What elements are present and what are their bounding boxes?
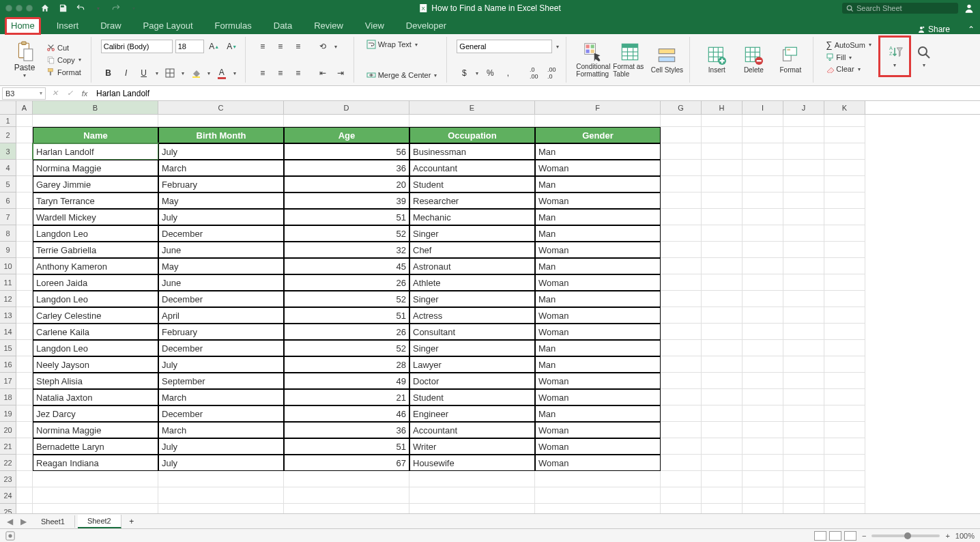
cell[interactable]	[661, 192, 702, 209]
cell[interactable]: Woman	[535, 274, 661, 291]
cell[interactable]: Researcher	[409, 192, 535, 209]
cell[interactable]	[661, 389, 702, 405]
cell[interactable]: Normina Maggie	[33, 422, 158, 438]
cell[interactable]	[783, 209, 824, 225]
cell[interactable]	[783, 389, 824, 405]
fill-color-dropdown[interactable]	[206, 70, 212, 76]
cell[interactable]: Carley Celestine	[33, 307, 158, 324]
cell[interactable]	[783, 176, 824, 192]
cell[interactable]	[783, 438, 824, 455]
cell[interactable]	[702, 225, 743, 242]
cell[interactable]	[661, 258, 702, 274]
cell[interactable]: Singer	[409, 225, 535, 242]
cell[interactable]	[824, 291, 865, 307]
currency-button[interactable]: $	[457, 66, 472, 81]
cell[interactable]	[16, 274, 33, 291]
cell[interactable]	[783, 127, 824, 143]
cell[interactable]	[743, 176, 783, 192]
cell[interactable]: February	[158, 324, 284, 340]
row-header-16[interactable]: 16	[0, 356, 16, 373]
cell[interactable]: 52	[284, 291, 409, 307]
cell[interactable]: Normina Maggie	[33, 160, 158, 176]
cell[interactable]	[16, 192, 33, 209]
cell[interactable]: Harlan Landolf	[33, 143, 158, 160]
add-sheet-button[interactable]: +	[124, 517, 139, 526]
sheet-nav-next[interactable]: ▶	[18, 517, 29, 526]
cell[interactable]: Man	[535, 340, 661, 356]
fx-button[interactable]: fx	[78, 87, 91, 100]
row-header-21[interactable]: 21	[0, 438, 16, 455]
minimize-window-button[interactable]	[16, 5, 23, 12]
cell[interactable]: Birth Month	[158, 127, 284, 143]
tab-developer[interactable]: Developer	[401, 18, 452, 34]
clear-button[interactable]: Clear	[823, 63, 876, 74]
fill-color-button[interactable]	[188, 66, 203, 81]
cell[interactable]: March	[158, 389, 284, 405]
wrap-text-button[interactable]: Wrap Text	[364, 38, 442, 51]
cell[interactable]: July	[158, 356, 284, 373]
col-header-K[interactable]: K	[824, 101, 865, 114]
cell[interactable]	[535, 504, 661, 513]
cell[interactable]	[661, 127, 702, 143]
cell[interactable]: December	[158, 291, 284, 307]
cell[interactable]	[743, 422, 783, 438]
paste-button[interactable]: Paste	[10, 38, 40, 81]
cell[interactable]	[409, 487, 535, 504]
cell[interactable]	[824, 455, 865, 471]
cell[interactable]	[743, 504, 783, 513]
cell[interactable]	[783, 143, 824, 160]
cell[interactable]	[743, 389, 783, 405]
cell[interactable]	[783, 405, 824, 422]
cell[interactable]: March	[158, 422, 284, 438]
user-icon[interactable]	[964, 3, 975, 14]
cell[interactable]: July	[158, 209, 284, 225]
percent-button[interactable]: %	[482, 66, 498, 81]
sheet-tab-2[interactable]: Sheet2	[78, 515, 121, 528]
font-color-button[interactable]: A	[214, 66, 229, 81]
cell[interactable]	[16, 438, 33, 455]
maximize-window-button[interactable]	[26, 5, 33, 12]
cell[interactable]	[824, 209, 865, 225]
col-header-D[interactable]: D	[284, 101, 409, 114]
cell[interactable]	[702, 242, 743, 258]
col-header-G[interactable]: G	[661, 101, 702, 114]
name-box[interactable]: B3▾	[2, 87, 46, 100]
zoom-in-button[interactable]: +	[945, 532, 949, 540]
cells-area[interactable]: NameBirth MonthAgeOccupationGenderHarlan…	[16, 115, 980, 513]
cell[interactable]: Man	[535, 405, 661, 422]
cell[interactable]: Chef	[409, 242, 535, 258]
cell[interactable]	[661, 487, 702, 504]
sheet-nav-prev[interactable]: ◀	[4, 517, 15, 526]
cell[interactable]	[824, 389, 865, 405]
collapse-ribbon-button[interactable]: ⌃	[968, 25, 975, 34]
cell[interactable]	[702, 115, 743, 127]
tab-review[interactable]: Review	[308, 18, 349, 34]
cell[interactable]	[702, 389, 743, 405]
cell[interactable]: February	[158, 176, 284, 192]
cell[interactable]: May	[158, 192, 284, 209]
cell[interactable]	[783, 258, 824, 274]
cell[interactable]	[702, 324, 743, 340]
cell[interactable]	[16, 258, 33, 274]
cell[interactable]	[702, 307, 743, 324]
col-header-A[interactable]: A	[16, 101, 33, 114]
cell[interactable]	[284, 471, 409, 487]
cell[interactable]: Age	[284, 127, 409, 143]
cell[interactable]: Gender	[535, 127, 661, 143]
cell[interactable]: Woman	[535, 160, 661, 176]
cell[interactable]	[702, 504, 743, 513]
orientation-button[interactable]: ⟲	[315, 39, 330, 54]
cell[interactable]	[661, 340, 702, 356]
merge-center-button[interactable]: Merge & Center	[364, 69, 442, 81]
cell[interactable]	[824, 340, 865, 356]
row-header-23[interactable]: 23	[0, 471, 16, 487]
cell[interactable]	[783, 192, 824, 209]
cell[interactable]: Singer	[409, 291, 535, 307]
row-header-10[interactable]: 10	[0, 258, 16, 274]
redo-icon[interactable]	[111, 3, 121, 14]
cell[interactable]	[783, 307, 824, 324]
cell[interactable]	[661, 324, 702, 340]
cell[interactable]	[16, 115, 33, 127]
cell[interactable]: Lawyer	[409, 356, 535, 373]
row-header-4[interactable]: 4	[0, 160, 16, 176]
